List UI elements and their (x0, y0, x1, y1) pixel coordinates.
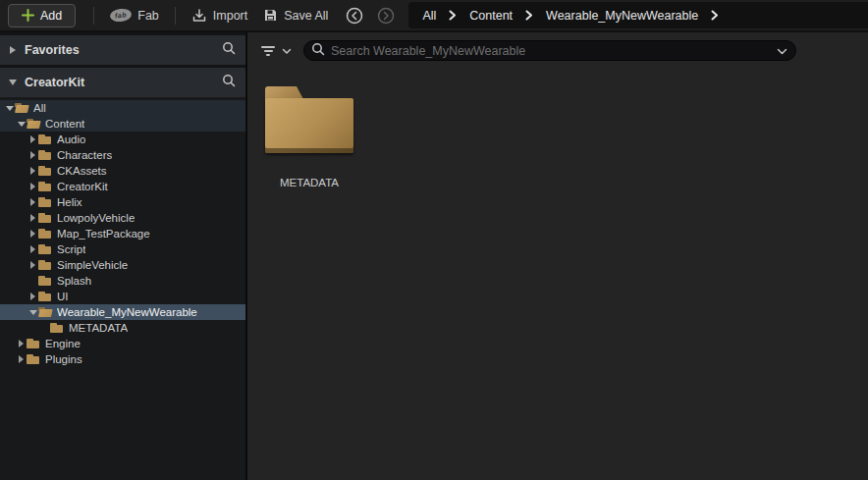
chevron-collapsed-icon[interactable] (27, 226, 38, 241)
open-folder-icon (38, 306, 53, 318)
chevron-collapsed-icon[interactable] (16, 336, 27, 351)
tree-item-metadata[interactable]: METADATA (0, 320, 245, 336)
tree-item-label: Splash (57, 275, 91, 287)
search-row (247, 32, 868, 69)
closed-folder-icon (38, 243, 53, 255)
chevron-collapsed-icon[interactable] (27, 194, 38, 210)
favorites-section-label: Favorites (25, 43, 222, 57)
tree-item-label: METADATA (69, 322, 128, 334)
folder-tile-metadata[interactable]: METADATA (263, 86, 355, 188)
open-folder-icon (15, 102, 29, 114)
closed-folder-icon (27, 353, 41, 365)
search-input[interactable] (331, 44, 777, 58)
closed-folder-icon (50, 322, 65, 334)
save-all-button-label: Save All (284, 9, 328, 23)
tree-item-label: CKAssets (57, 165, 107, 177)
fab-button-label: Fab (137, 9, 159, 23)
chevron-collapsed-icon[interactable] (27, 132, 38, 147)
tree-item-label: SimpleVehicle (57, 259, 128, 271)
filters-button[interactable] (257, 39, 296, 62)
search-icon[interactable] (222, 41, 236, 59)
saved-searches-chevron-icon[interactable] (777, 42, 787, 60)
asset-grid: METADATA (247, 69, 868, 480)
chevron-expanded-icon[interactable] (27, 304, 38, 320)
tree-item-label: Engine (45, 338, 81, 349)
folder-tree: AllContentAudioCharactersCKAssetsCreator… (0, 97, 245, 480)
folder-tile-label: METADATA (280, 177, 339, 188)
top-toolbar: Add fab Fab Import (0, 0, 868, 32)
chevron-collapsed-icon[interactable] (16, 351, 27, 367)
chevron-collapsed-icon[interactable] (27, 179, 38, 194)
tree-item-label: UI (57, 291, 69, 302)
closed-folder-icon (38, 291, 53, 302)
chevron-expanded-icon[interactable] (4, 100, 15, 116)
tree-item-splash[interactable]: Splash (0, 273, 245, 289)
tree-item-map_testpackage[interactable]: Map_TestPackage (0, 226, 245, 241)
search-icon[interactable] (222, 74, 236, 91)
tree-item-label: Audio (57, 133, 85, 145)
chevron-collapsed-icon[interactable] (27, 289, 38, 304)
tree-item-audio[interactable]: Audio (0, 132, 245, 147)
asset-view-panel: METADATA (247, 32, 868, 480)
closed-folder-icon (38, 149, 53, 161)
fab-button[interactable]: fab Fab (102, 5, 167, 27)
chevron-collapsed-icon[interactable] (27, 163, 38, 179)
closed-folder-icon (38, 181, 53, 192)
import-button-label: Import (213, 9, 247, 23)
favorites-section-header[interactable]: Favorites (0, 35, 245, 65)
chevron-collapsed-icon[interactable] (27, 257, 38, 273)
tree-item-script[interactable]: Script (0, 241, 245, 257)
breadcrumb: AllContentWearable_MyNewWearable (408, 2, 868, 28)
add-button-label: Add (40, 9, 62, 23)
closed-folder-icon (27, 338, 41, 349)
large-folder-icon (265, 86, 353, 153)
tree-item-content[interactable]: Content (0, 116, 245, 132)
tree-item-lowpolyvehicle[interactable]: LowpolyVehicle (0, 210, 245, 226)
chevron-collapsed-icon[interactable] (27, 241, 38, 257)
tree-item-simplevehicle[interactable]: SimpleVehicle (0, 257, 245, 273)
import-button[interactable]: Import (184, 4, 255, 27)
toolbar-separator (93, 7, 94, 25)
closed-folder-icon (38, 133, 53, 145)
closed-folder-icon (38, 165, 53, 177)
navigate-forward-button[interactable] (373, 3, 399, 28)
tree-item-ckassets[interactable]: CKAssets (0, 163, 245, 179)
search-box (303, 40, 796, 61)
tree-item-label: All (33, 102, 46, 114)
tree-item-ui[interactable]: UI (0, 289, 245, 304)
tree-item-wearable_mynewwearable[interactable]: Wearable_MyNewWearable (0, 304, 245, 320)
closed-folder-icon (38, 259, 53, 271)
creatorkit-section-header[interactable]: CreatorKit (0, 68, 245, 97)
tree-item-helix[interactable]: Helix (0, 194, 245, 210)
import-icon (191, 8, 207, 24)
tree-item-characters[interactable]: Characters (0, 147, 245, 163)
breadcrumb-item[interactable]: Wearable_MyNewWearable (546, 9, 698, 23)
breadcrumb-item[interactable]: Content (469, 9, 513, 23)
chevron-collapsed-icon (8, 45, 18, 55)
add-button[interactable]: Add (8, 4, 76, 27)
save-icon (263, 8, 278, 23)
breadcrumb-chevron-icon (525, 10, 533, 21)
tree-item-plugins[interactable]: Plugins (0, 351, 245, 367)
tree-item-label: Map_TestPackage (57, 228, 150, 240)
chevron-expanded-icon (8, 78, 18, 87)
chevron-collapsed-icon[interactable] (27, 210, 38, 226)
closed-folder-icon (38, 212, 53, 224)
chevron-expanded-icon[interactable] (16, 116, 27, 132)
breadcrumb-chevron-icon (711, 10, 719, 21)
tree-item-creatorkit[interactable]: CreatorKit (0, 179, 245, 194)
tree-item-all[interactable]: All (0, 100, 245, 116)
breadcrumb-chevron-icon (449, 10, 457, 21)
tree-item-label: Script (57, 243, 85, 255)
filter-icon (261, 46, 275, 56)
tree-item-label: CreatorKit (57, 181, 108, 192)
tree-item-engine[interactable]: Engine (0, 336, 245, 351)
closed-folder-icon (38, 196, 53, 208)
closed-folder-icon (38, 275, 53, 287)
chevron-collapsed-icon[interactable] (27, 147, 38, 163)
breadcrumb-item[interactable]: All (422, 9, 436, 23)
closed-folder-icon (38, 228, 53, 240)
creatorkit-section-label: CreatorKit (25, 76, 222, 89)
save-all-button[interactable]: Save All (255, 4, 336, 27)
navigate-back-button[interactable] (342, 3, 367, 28)
